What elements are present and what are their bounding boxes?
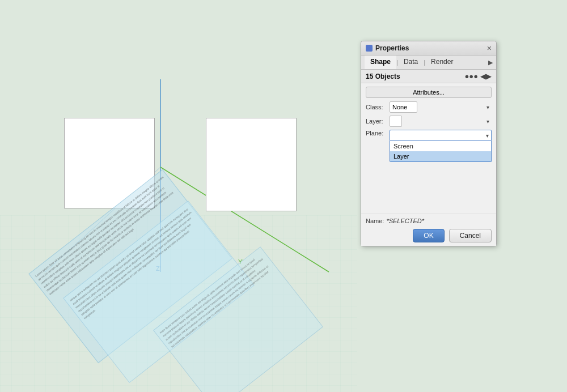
class-select[interactable]: None — [390, 101, 417, 113]
close-button[interactable]: × — [487, 44, 492, 52]
name-value: *SELECTED* — [386, 218, 424, 224]
white-rect-right — [206, 118, 297, 211]
objects-nav[interactable]: ◀▶ — [480, 72, 492, 80]
plane-select-box[interactable] — [390, 130, 492, 141]
tab-data[interactable]: Data — [398, 56, 424, 69]
properties-icon — [366, 45, 373, 52]
properties-panel: Properties × Shape | Data | Render ▶ 15 … — [361, 41, 497, 246]
plane-label: Plane: — [366, 130, 390, 137]
class-select-wrap: None — [390, 101, 492, 113]
class-label: Class: — [366, 104, 390, 110]
panel-title-text: Properties — [375, 44, 409, 52]
panel-title: Properties — [366, 44, 409, 52]
layer-label: Layer: — [366, 118, 390, 125]
tab-render[interactable]: Render — [425, 56, 459, 69]
layer-select-wrap — [390, 116, 492, 127]
layer-select[interactable] — [390, 116, 402, 127]
objects-bar: 15 Objects ●●● ◀▶ — [361, 70, 496, 83]
panel-body: Attributes... Class: None Layer: Plane: — [361, 83, 496, 157]
tab-shape[interactable]: Shape — [365, 56, 396, 69]
objects-controls: ●●● ◀▶ — [464, 72, 492, 80]
plane-dropdown: Screen Layer — [390, 141, 492, 162]
cancel-button[interactable]: Cancel — [449, 229, 492, 242]
ok-button[interactable]: OK — [413, 229, 444, 242]
plane-select-wrap: Screen Layer ~~~ — [390, 130, 492, 154]
layer-row: Layer: — [366, 116, 492, 127]
objects-count: 15 Objects — [366, 73, 400, 80]
objects-dots[interactable]: ●●● — [464, 72, 478, 80]
name-label: Name: — [366, 218, 384, 224]
attributes-button[interactable]: Attributes... — [366, 87, 492, 98]
dropdown-item-screen[interactable]: Screen — [390, 141, 491, 151]
panel-tabs: Shape | Data | Render ▶ — [361, 56, 496, 70]
tab-expand-arrow[interactable]: ▶ — [488, 59, 493, 66]
class-row: Class: None — [366, 101, 492, 113]
panel-footer: Name: *SELECTED* OK Cancel — [361, 214, 496, 246]
btn-row: OK Cancel — [366, 229, 492, 242]
plane-row: Plane: Screen Layer ~~~ — [366, 130, 492, 154]
panel-titlebar: Properties × — [361, 41, 496, 56]
name-row: Name: *SELECTED* — [366, 218, 492, 224]
dropdown-item-layer[interactable]: Layer — [390, 151, 491, 161]
